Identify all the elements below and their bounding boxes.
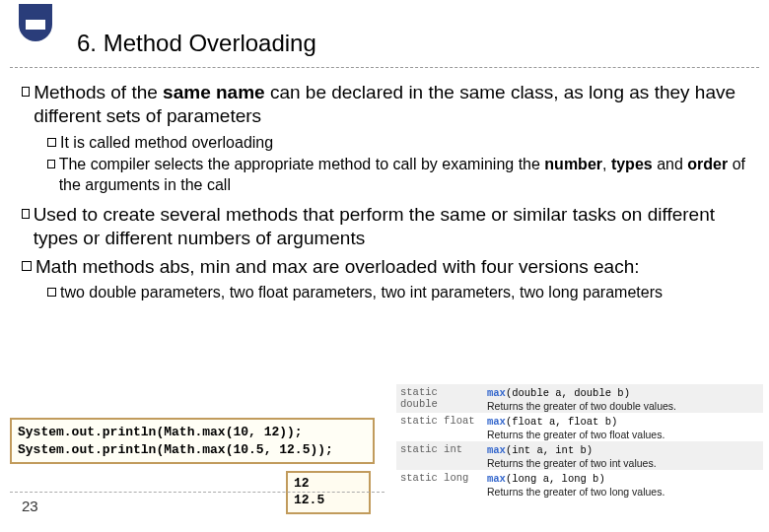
text: , (602, 156, 611, 172)
output-line: 12 (294, 476, 363, 493)
bullet-icon (22, 87, 30, 97)
table-row: static double max(double a, double b) Re… (396, 384, 763, 413)
table-row: static int max(int a, int b) Returns the… (396, 441, 763, 470)
table-row: static float max(float a, float b) Retur… (396, 413, 763, 441)
bullet-icon (22, 261, 32, 271)
modifier-cell: static int (396, 441, 483, 470)
text: two double parameters, two float paramet… (60, 283, 663, 302)
method-name: max (487, 416, 506, 428)
method-desc: Returns the greater of two double values… (487, 399, 759, 412)
api-table: static double max(double a, double b) Re… (396, 384, 763, 499)
text: Math methods abs, min and max are overlo… (35, 255, 640, 279)
modifier-cell: static float (396, 413, 483, 441)
text: The compiler selects the appropriate met… (59, 156, 545, 172)
signature-cell: max(int a, int b) Returns the greater of… (483, 441, 763, 470)
table-row: static long max(long a, long b) Returns … (396, 470, 763, 499)
text: and (653, 156, 688, 172)
text: It is called method overloading (60, 133, 273, 153)
bullet-icon (47, 138, 56, 147)
signature-cell: max(float a, float b) Returns the greate… (483, 413, 763, 441)
bullet-icon (47, 160, 55, 168)
method-desc: Returns the greater of two float values. (487, 428, 759, 440)
footer-divider (10, 492, 384, 493)
text: Methods of the (34, 82, 163, 102)
modifier-cell: static long (396, 470, 483, 499)
bullet-1-text: Methods of the same name can be declared… (34, 81, 751, 129)
signature-cell: max(double a, double b) Returns the grea… (483, 384, 763, 413)
method-name: max (487, 473, 506, 485)
bullet-3: Math methods abs, min and max are overlo… (22, 255, 751, 279)
method-name: max (487, 387, 506, 399)
bold-text: order (687, 156, 728, 172)
code-line: System.out.println(Math.max(10, 12)); (18, 424, 367, 441)
university-logo (10, 4, 61, 55)
method-desc: Returns the greater of two long values. (487, 485, 759, 498)
sub-bullet: The compiler selects the appropriate met… (47, 155, 751, 195)
page-number: 23 (22, 498, 38, 514)
bullet-1: Methods of the same name can be declared… (22, 81, 751, 129)
method-params: (double a, double b) (506, 387, 630, 399)
bullet-icon (22, 209, 30, 219)
method-params: (long a, long b) (506, 473, 605, 485)
code-line: System.out.println(Math.max(10.5, 12.5))… (18, 441, 367, 459)
text: Used to create several methods that perf… (34, 203, 751, 251)
bullet-icon (47, 288, 56, 297)
bullet-3-subs: two double parameters, two float paramet… (47, 283, 751, 302)
title-divider (10, 67, 759, 68)
code-sample: System.out.println(Math.max(10, 12)); Sy… (10, 418, 375, 464)
modifier-cell: static double (396, 384, 483, 413)
bold-text: number (544, 156, 602, 172)
text: The compiler selects the appropriate met… (59, 155, 751, 195)
sub-bullet: It is called method overloading (47, 133, 751, 153)
method-params: (int a, int b) (506, 444, 593, 456)
slide-content: Methods of the same name can be declared… (22, 81, 751, 310)
bullet-1-subs: It is called method overloading The comp… (47, 133, 751, 195)
sub-bullet: two double parameters, two float paramet… (47, 283, 751, 302)
bold-text: types (611, 156, 653, 172)
output-line: 12.5 (294, 493, 363, 509)
bold-text: same name (163, 82, 265, 102)
signature-cell: max(long a, long b) Returns the greater … (483, 470, 763, 499)
method-name: max (487, 444, 506, 456)
method-desc: Returns the greater of two int values. (487, 456, 759, 469)
bullet-2: Used to create several methods that perf… (22, 203, 751, 251)
method-params: (float a, float b) (506, 416, 617, 428)
slide-title: 6. Method Overloading (77, 30, 316, 57)
